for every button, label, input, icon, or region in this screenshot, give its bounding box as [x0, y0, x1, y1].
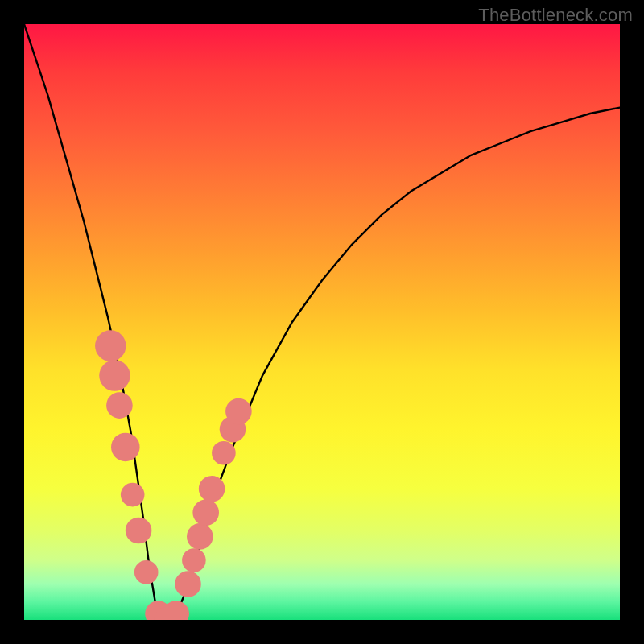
bottleneck-curve: [24, 24, 620, 620]
curve-marker: [121, 483, 145, 507]
curve-marker: [126, 518, 152, 544]
curve-marker: [212, 441, 236, 465]
curve-marker: [95, 330, 126, 361]
curve-marker: [182, 548, 206, 572]
watermark-text: TheBottleneck.com: [478, 5, 633, 26]
curve-marker: [199, 476, 225, 502]
marker-group: [95, 330, 252, 620]
curve-marker: [106, 392, 133, 419]
curve-marker: [225, 398, 252, 425]
plot-area: [24, 24, 620, 620]
curve-marker: [175, 571, 201, 597]
curve-marker: [163, 601, 189, 620]
curve-marker: [99, 360, 130, 390]
curve-marker: [187, 523, 213, 550]
chart-svg: [24, 24, 620, 620]
curve-marker: [134, 560, 159, 584]
curve-marker: [192, 500, 219, 526]
chart-frame: TheBottleneck.com: [0, 0, 644, 644]
curve-marker: [111, 433, 140, 462]
